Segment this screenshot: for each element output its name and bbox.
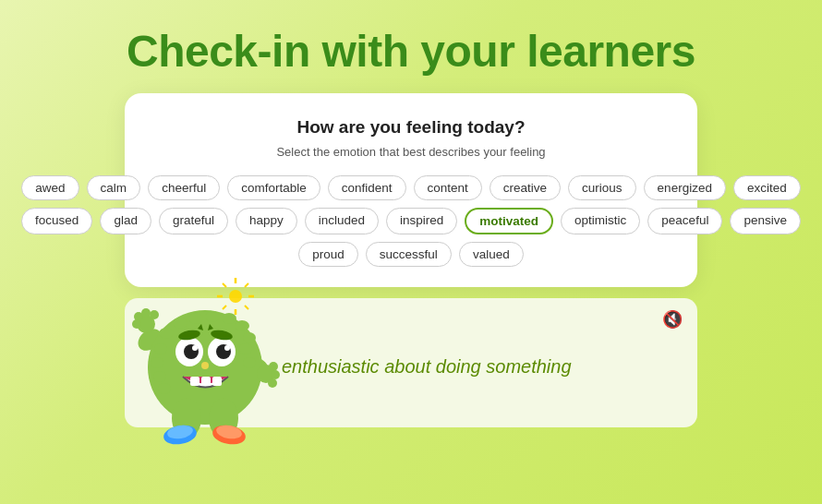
svg-rect-38: [212, 377, 222, 386]
svg-point-46: [271, 370, 280, 379]
svg-point-12: [159, 328, 174, 339]
svg-point-19: [154, 343, 167, 354]
emotions-row-3: proudsuccessfulvalued: [298, 242, 523, 267]
svg-point-22: [158, 383, 171, 394]
emotion-chip-content[interactable]: content: [414, 175, 482, 200]
svg-point-45: [269, 362, 278, 371]
emotion-chip-energized[interactable]: energized: [644, 175, 726, 200]
svg-line-7: [245, 283, 248, 287]
svg-point-15: [205, 311, 220, 322]
svg-point-23: [239, 343, 252, 354]
svg-rect-37: [201, 377, 211, 386]
svg-point-13: [173, 318, 187, 329]
emotion-chip-valued[interactable]: valued: [459, 242, 524, 267]
emotion-chip-creative[interactable]: creative: [490, 175, 561, 200]
emotions-container: awedcalmcheerfulcomfortableconfidentcont…: [152, 175, 670, 267]
svg-line-6: [245, 306, 248, 309]
svg-point-42: [150, 310, 159, 319]
svg-point-47: [268, 378, 277, 388]
svg-point-18: [243, 332, 256, 343]
svg-point-0: [229, 290, 242, 303]
emotion-card: How are you feeling today? Select the em…: [125, 93, 697, 287]
emotions-row-2: focusedgladgratefulhappyincludedinspired…: [21, 208, 801, 234]
mute-icon[interactable]: 🔇: [662, 309, 683, 330]
emotion-chip-glad[interactable]: glad: [100, 208, 151, 234]
svg-line-5: [223, 283, 226, 287]
emotion-chip-included[interactable]: included: [305, 208, 379, 234]
emotion-chip-happy[interactable]: happy: [236, 208, 297, 234]
emotion-chip-peaceful[interactable]: peaceful: [647, 208, 722, 234]
emotion-chip-focused[interactable]: focused: [21, 208, 92, 234]
card-question: How are you feeling today?: [296, 117, 525, 138]
page-title: Check-in with your learners: [127, 26, 695, 77]
svg-point-20: [151, 357, 163, 368]
emotion-chip-optimistic[interactable]: optimistic: [561, 208, 640, 234]
definition-card: 🔇: [125, 298, 697, 427]
svg-point-14: [188, 313, 203, 324]
emotion-chip-proud[interactable]: proud: [298, 242, 358, 267]
emotion-chip-curious[interactable]: curious: [568, 175, 636, 200]
svg-point-16: [222, 313, 236, 324]
emotion-chip-comfortable[interactable]: comfortable: [227, 175, 320, 200]
svg-point-30: [224, 345, 230, 351]
emotion-chip-pensive[interactable]: pensive: [730, 208, 801, 234]
emotion-chip-inspired[interactable]: inspired: [386, 208, 457, 234]
svg-point-17: [235, 320, 249, 331]
svg-line-8: [223, 306, 226, 309]
emotions-row-1: awedcalmcheerfulcomfortableconfidentcont…: [21, 175, 800, 200]
emotion-chip-excited[interactable]: excited: [733, 175, 801, 200]
svg-rect-36: [190, 377, 199, 386]
emotion-chip-confident[interactable]: confident: [328, 175, 406, 200]
monster-character: [115, 261, 300, 446]
emotion-chip-awed[interactable]: awed: [21, 175, 79, 200]
svg-point-43: [132, 319, 141, 329]
svg-point-24: [243, 357, 256, 368]
emotion-chip-grateful[interactable]: grateful: [159, 208, 228, 234]
svg-point-21: [153, 371, 166, 382]
emotion-chip-motivated[interactable]: motivated: [465, 208, 553, 234]
card-subtitle: Select the emotion that best describes y…: [276, 145, 545, 159]
svg-point-41: [141, 308, 151, 318]
emotion-chip-cheerful[interactable]: cheerful: [148, 175, 220, 200]
emotion-chip-calm[interactable]: calm: [87, 175, 141, 200]
svg-point-35: [201, 362, 209, 369]
definition-text: enthusiastic about doing something: [282, 354, 572, 379]
svg-point-29: [192, 345, 198, 351]
emotion-chip-successful[interactable]: successful: [366, 242, 452, 267]
